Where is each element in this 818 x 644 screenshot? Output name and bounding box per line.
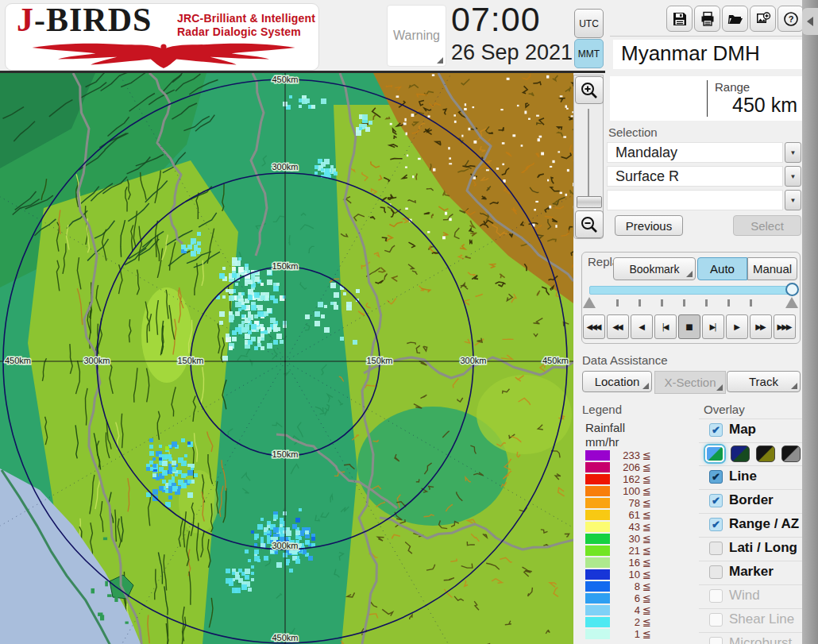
legend-value: 206	[612, 461, 640, 473]
overlay-item-border[interactable]: ✔Border	[699, 489, 802, 513]
overlay-item-label: Marker	[729, 564, 774, 580]
legend-operator: ≦	[642, 449, 651, 461]
zoom-in-button[interactable]	[575, 76, 604, 104]
ring-label: 450km	[5, 356, 31, 365]
zoom-slider-track[interactable]	[588, 109, 589, 202]
track-button[interactable]: Track	[727, 371, 801, 392]
radar-map[interactable]: 450km300km150km150km300km450km450km300km…	[0, 73, 573, 644]
utc-label: UTC	[579, 18, 599, 29]
mmt-button[interactable]: MMT	[574, 39, 604, 68]
legend-unit-line2: mm/hr	[585, 435, 619, 449]
legend-row: 8≦	[585, 581, 689, 592]
overlay-item-wind: Wind	[699, 584, 802, 608]
checkbox-border[interactable]: ✔	[709, 494, 723, 507]
overlay-item-line[interactable]: ✔Line	[699, 465, 802, 489]
slider-tick	[616, 299, 619, 307]
legend-operator: ≦	[642, 545, 651, 557]
replay-slider-thumb[interactable]	[785, 283, 799, 296]
step-back-button[interactable]: |◀	[654, 314, 677, 339]
panel-collapse-tab[interactable]	[802, 8, 818, 35]
legend-row: 61≦	[585, 510, 689, 520]
step-back-icon: |◀	[662, 322, 667, 331]
legend-color-swatch	[585, 462, 610, 472]
legend-row: 10≦	[585, 569, 689, 580]
location-button[interactable]: Location	[582, 371, 652, 392]
legend-value: 162	[612, 473, 640, 485]
slider-end-marker[interactable]	[785, 297, 798, 308]
station-name: Myanmar DMH	[621, 41, 760, 66]
overlay-item-map[interactable]: ✔Map	[699, 418, 802, 442]
help-button[interactable]: ?	[777, 6, 804, 32]
legend-value: 1	[612, 628, 640, 640]
legend-color-swatch	[585, 498, 610, 508]
dropdown-arrow-button-2[interactable]: ▼	[785, 190, 801, 210]
legend-color-swatch	[585, 450, 610, 461]
play-icon: ▶	[734, 322, 739, 331]
fast-forward-button[interactable]: ▶▶	[750, 314, 772, 339]
dropdown-arrow-button-0[interactable]: ▼	[785, 142, 801, 163]
stop-icon: ■	[685, 322, 691, 331]
checkbox-marker[interactable]	[709, 565, 723, 579]
open-folder-icon	[727, 11, 743, 27]
overlay-item-marker[interactable]: Marker	[699, 561, 802, 584]
map-style-swatch-4[interactable]	[781, 445, 801, 462]
overlay-list: ✔Map✔Line✔Border✔Range / AZLati / LongMa…	[699, 418, 802, 644]
stop-button[interactable]: ■	[678, 314, 700, 339]
legend-row: 1≦	[585, 629, 689, 639]
play-button[interactable]: ▶	[726, 314, 748, 339]
slider-tick	[661, 299, 663, 307]
utc-button[interactable]: UTC	[574, 9, 604, 38]
replay-slider-track[interactable]	[589, 286, 794, 295]
check-icon: ✔	[712, 471, 720, 483]
track-label: Track	[749, 375, 778, 388]
checkbox-range-az[interactable]: ✔	[709, 518, 723, 531]
clock-time: 07:00	[451, 0, 541, 39]
previous-label: Previous	[626, 219, 672, 233]
fast-forward-icon: ▶▶	[755, 322, 764, 331]
overlay-item-microburst: Microburst	[699, 632, 802, 644]
export-image-button[interactable]	[750, 6, 776, 32]
checkbox-lati-long[interactable]	[709, 542, 723, 555]
save-button[interactable]	[666, 6, 693, 32]
map-style-swatch-3[interactable]	[756, 445, 775, 462]
step-forward-button[interactable]: ▶|	[702, 314, 724, 339]
overlay-item-label: Range / AZ	[729, 516, 799, 532]
checkbox-microburst	[709, 637, 723, 644]
zoom-slider-thumb[interactable]	[577, 196, 602, 208]
ring-label: 300km	[272, 541, 298, 550]
checkbox-map[interactable]: ✔	[709, 423, 723, 437]
legend-value: 8	[612, 580, 640, 592]
map-style-row	[699, 442, 802, 465]
map-style-swatch-1[interactable]	[705, 445, 724, 462]
overlay-item-lati-long[interactable]: Lati / Long	[699, 537, 802, 561]
fast-rewind-button[interactable]: ◀◀◀	[583, 314, 605, 339]
selection-field-mandalay[interactable]: Mandalay	[607, 142, 783, 163]
previous-button[interactable]: Previous	[615, 215, 683, 236]
map-style-swatch-2[interactable]	[731, 445, 750, 462]
slider-tick	[705, 299, 708, 307]
legend-row: 100≦	[585, 486, 689, 496]
reverse-play-button[interactable]: ◀	[631, 314, 653, 339]
station-box: Myanmar DMH	[613, 40, 802, 69]
checkbox-line[interactable]: ✔	[709, 470, 723, 484]
legend-color-swatch	[585, 534, 610, 544]
selection-field-blank[interactable]	[607, 190, 783, 210]
x-section-button[interactable]: X-Section	[654, 371, 726, 394]
print-button[interactable]	[694, 6, 720, 32]
overlay-item-range-az[interactable]: ✔Range / AZ	[699, 513, 802, 537]
zoom-out-button[interactable]	[575, 210, 604, 238]
dropdown-arrow-button-1[interactable]: ▼	[785, 166, 801, 187]
range-box: Range 450 km	[610, 76, 802, 121]
open-file-button[interactable]	[722, 6, 748, 32]
select-button[interactable]: Select	[733, 215, 801, 236]
slider-start-marker[interactable]	[583, 297, 596, 308]
bookmark-button[interactable]: Bookmark	[613, 257, 696, 280]
rewind-button[interactable]: ◀◀	[607, 314, 629, 339]
auto-button[interactable]: Auto	[697, 257, 747, 280]
warning-button[interactable]: Warning	[387, 5, 446, 67]
legend-color-swatch	[585, 474, 610, 484]
selection-field-surface-r[interactable]: Surface R	[607, 166, 783, 187]
legend-row: 162≦	[585, 474, 689, 484]
fastest-forward-button[interactable]: ▶▶▶	[774, 314, 796, 339]
manual-button[interactable]: Manual	[747, 257, 797, 280]
